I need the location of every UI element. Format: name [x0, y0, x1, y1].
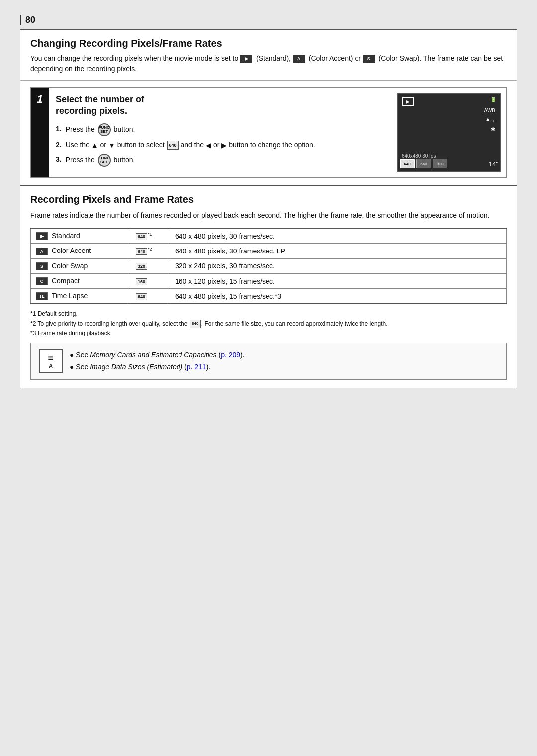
tip-link-2[interactable]: p. 211	[187, 363, 206, 371]
tip-box: ≡ A ● See Memory Cards and Estimated Cap…	[30, 343, 507, 380]
table-cell-res: 160	[130, 273, 170, 288]
recording-section-title: Recording Pixels and Frame Rates	[30, 194, 507, 205]
fps-display: 640x480 30 fps	[402, 153, 436, 159]
table-row: C Compact 160 160 x 120 pixels, 15 frame…	[31, 273, 507, 288]
table-row: ▶ Standard 640*1 640 x 480 pixels, 30 fr…	[31, 228, 507, 244]
func-button-1: FUNCSET	[98, 123, 111, 136]
table-cell-res: 320	[130, 258, 170, 273]
table-cell-desc: 640 x 480 pixels, 15 frames/sec.*3	[170, 289, 507, 304]
footnote-ref-2: *2	[148, 247, 152, 252]
table-cell-res: 640*1	[130, 228, 170, 244]
color-accent-mode-icon: A	[36, 248, 48, 255]
standard-label: Standard	[52, 232, 80, 240]
bottom-controls: 640 640 320 14"	[400, 159, 498, 168]
tip-bullet-1: ● See Memory Cards and Estimated Capacit…	[70, 349, 245, 361]
footnote-ref-1: *1	[148, 232, 152, 237]
timelapse-label: Time Lapse	[52, 292, 88, 300]
step1-content: Select the number ofrecording pixels. 1.…	[49, 88, 397, 177]
step1-title: Select the number ofrecording pixels.	[56, 94, 390, 117]
step1-box: 1 Select the number ofrecording pixels. …	[30, 87, 507, 178]
timelapse-mode-icon: TL	[36, 292, 48, 300]
menu-af: ▲FF	[485, 116, 495, 123]
res-icon-inline: 640	[167, 141, 179, 150]
camera-screen: ▶ 🔋 AWB ▲FF ✱ 640x480 30 fps 640 640 320	[397, 93, 501, 172]
tip-link-1[interactable]: p. 209	[221, 351, 240, 359]
table-cell-mode: TL Time Lapse	[31, 289, 130, 304]
table-cell-mode: ▶ Standard	[31, 228, 130, 244]
step1-instructions: 1. Press the FUNCSET button. 2. Use the …	[56, 123, 390, 167]
table-cell-mode: A Color Accent	[31, 244, 130, 258]
step1-screen-image: ▶ 🔋 AWB ▲FF ✱ 640x480 30 fps 640 640 320	[397, 88, 506, 177]
color-swap-icon: S	[363, 55, 375, 64]
tip-bullet-2: ● See Image Data Sizes (Estimated) (p. 2…	[70, 361, 245, 373]
rates-table: ▶ Standard 640*1 640 x 480 pixels, 30 fr…	[30, 228, 507, 304]
step1-instruction-3: 3. Press the FUNCSET button.	[56, 154, 390, 167]
res-icon-640-1: 640	[136, 233, 147, 240]
recording-section: Recording Pixels and Frame Rates Frame r…	[20, 186, 517, 388]
standard-mode-icon: ▶	[36, 232, 48, 240]
movie-mode-icon: ▶	[402, 97, 414, 106]
table-cell-desc: 640 x 480 pixels, 30 frames/sec.	[170, 228, 507, 244]
step1-number: 1	[31, 88, 49, 177]
camera-menu: AWB ▲FF ✱	[484, 108, 495, 133]
table-row: A Color Accent 640*2 640 x 480 pixels, 3…	[31, 244, 507, 258]
table-cell-desc: 160 x 120 pixels, 15 frames/sec.	[170, 273, 507, 288]
footnote-3: *3 Frame rate during playback.	[30, 329, 507, 338]
res-btn-640: 640	[416, 159, 431, 168]
recording-section-intro: Frame rates indicate the number of frame…	[30, 210, 507, 221]
table-cell-res: 640	[130, 289, 170, 304]
tip-content: ● See Memory Cards and Estimated Capacit…	[70, 349, 245, 373]
changing-section-intro: You can change the recording pixels when…	[30, 53, 507, 74]
tip-icon: ≡ A	[39, 349, 63, 373]
color-swap-mode-icon: S	[36, 262, 48, 270]
color-accent-label: Color Accent	[52, 247, 91, 254]
step1-instruction-1: 1. Press the FUNCSET button.	[56, 123, 390, 136]
footnotes: *1 Default setting. *2 To give priority …	[30, 309, 507, 338]
table-cell-mode: S Color Swap	[31, 258, 130, 273]
step1-instruction-2: 2. Use the ▲ or ▼ button to select 640 a…	[56, 139, 390, 151]
res-icon-640-3: 640	[136, 293, 147, 300]
compact-label: Compact	[52, 277, 80, 285]
footnote-1: *1 Default setting.	[30, 309, 507, 319]
res-btn-active: 640	[400, 159, 415, 168]
table-cell-desc: 320 x 240 pixels, 30 frames/sec.	[170, 258, 507, 273]
footnote-2-icon: 640	[190, 320, 201, 328]
func-button-2: FUNCSET	[98, 154, 111, 167]
changing-section-title: Changing Recording Pixels/Frame Rates	[30, 38, 507, 49]
changing-section-header: Changing Recording Pixels/Frame Rates Yo…	[20, 30, 517, 81]
table-cell-mode: C Compact	[31, 273, 130, 288]
time-display: 14"	[489, 160, 498, 168]
table-cell-res: 640*2	[130, 244, 170, 258]
color-swap-label: Color Swap	[52, 262, 88, 270]
table-row: TL Time Lapse 640 640 x 480 pixels, 15 f…	[31, 289, 507, 304]
table-cell-desc: 640 x 480 pixels, 30 frames/sec. LP	[170, 244, 507, 258]
color-accent-icon: A	[293, 55, 305, 64]
res-icon-160: 160	[136, 278, 147, 285]
res-icon-640-2: 640	[136, 248, 147, 255]
main-content-box: Changing Recording Pixels/Frame Rates Yo…	[20, 29, 517, 388]
res-btn-320: 320	[433, 159, 448, 168]
page-number: 80	[20, 15, 517, 25]
table-row: S Color Swap 320 320 x 240 pixels, 30 fr…	[31, 258, 507, 273]
compact-mode-icon: C	[36, 277, 48, 285]
menu-wb: AWB	[484, 108, 495, 113]
footnote-2: *2 To give priority to recording length …	[30, 319, 507, 329]
battery-icon: 🔋	[490, 97, 496, 102]
standard-icon: ▶	[240, 55, 252, 64]
menu-star: ✱	[491, 126, 495, 133]
res-icon-320: 320	[136, 263, 147, 270]
